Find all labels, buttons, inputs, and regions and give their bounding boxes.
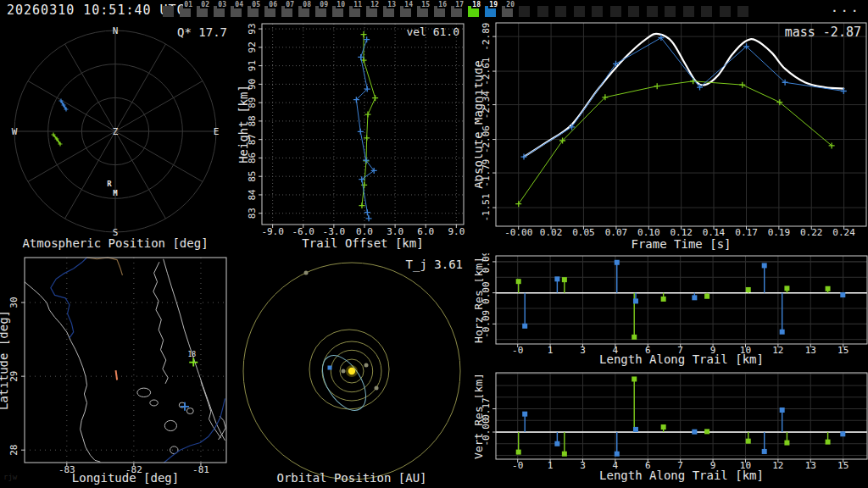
camera-tab-empty[interactable] bbox=[592, 6, 603, 17]
trail-offset-plot: -9.0-6.0-3.00.03.06.09.08384858687888990… bbox=[237, 20, 475, 254]
camera-tab-03[interactable]: 03 bbox=[214, 6, 225, 17]
svg-text:83: 83 bbox=[247, 208, 258, 219]
camera-tab-14[interactable]: 14 bbox=[400, 6, 411, 17]
camera-tab-empty[interactable] bbox=[537, 6, 548, 17]
camera-tab-empty[interactable] bbox=[701, 6, 712, 17]
svg-text:0.05: 0.05 bbox=[572, 227, 595, 238]
svg-text:1: 1 bbox=[548, 345, 554, 356]
orbit-plot: T_j 3.61Orbital Position [AU] bbox=[237, 253, 475, 488]
svg-text:Atmospheric Position [deg]: Atmospheric Position [deg] bbox=[22, 236, 208, 250]
camera-tab-empty[interactable] bbox=[647, 6, 658, 17]
camera-tab-number: 10 bbox=[336, 1, 346, 8]
camera-tab-17[interactable]: 17 bbox=[451, 6, 462, 17]
camera-tab-number: 12 bbox=[370, 1, 380, 8]
svg-text:13: 13 bbox=[805, 345, 816, 356]
svg-text:-2.89: -2.89 bbox=[481, 23, 492, 51]
camera-tab-06[interactable]: 06 bbox=[264, 6, 275, 17]
svg-text:Vert Res [km]: Vert Res [km] bbox=[475, 373, 485, 459]
sky-position-panel: NSEWZRMQ* 17.7Atmospheric Position [deg] bbox=[0, 20, 237, 258]
svg-text:28: 28 bbox=[8, 445, 19, 456]
svg-text:Latitude [deg]: Latitude [deg] bbox=[0, 310, 10, 410]
camera-tab-11[interactable]: 11 bbox=[349, 6, 360, 17]
camera-tab-number: 07 bbox=[285, 1, 295, 8]
camera-tab-18[interactable]: 18 bbox=[468, 6, 479, 17]
svg-text:18: 18 bbox=[187, 351, 196, 358]
camera-tab-number: 03 bbox=[217, 1, 227, 8]
svg-text:84: 84 bbox=[247, 189, 258, 201]
camera-tab-number: 20 bbox=[505, 1, 515, 8]
svg-text:9.0: 9.0 bbox=[448, 226, 465, 237]
camera-tab-19[interactable]: 19 bbox=[485, 6, 496, 17]
svg-text:15: 15 bbox=[837, 460, 849, 471]
svg-text:Absolute Magnitude: Absolute Magnitude bbox=[475, 60, 485, 189]
svg-text:1: 1 bbox=[548, 460, 554, 471]
camera-tab-empty[interactable] bbox=[610, 6, 621, 17]
camera-tab-12[interactable]: 12 bbox=[366, 6, 377, 17]
camera-tab-08[interactable]: 08 bbox=[298, 6, 309, 17]
camera-tab-16[interactable]: 16 bbox=[434, 6, 445, 17]
svg-text:Length Along Trail [km]: Length Along Trail [km] bbox=[599, 469, 764, 482]
camera-tab-number: 19 bbox=[488, 1, 498, 8]
svg-text:mass -2.87: mass -2.87 bbox=[785, 25, 861, 40]
svg-text:0.07: 0.07 bbox=[605, 227, 628, 238]
camera-tab-20[interactable]: 20 bbox=[502, 6, 513, 17]
light-curve-plot: -0.000.020.050.070.100.120.140.170.190.2… bbox=[475, 20, 868, 254]
camera-tab-number: 11 bbox=[353, 1, 363, 8]
camera-tab-number: 15 bbox=[420, 1, 431, 8]
camera-tab-13[interactable]: 13 bbox=[383, 6, 394, 17]
overflow-menu[interactable]: ... bbox=[832, 2, 861, 14]
svg-text:30: 30 bbox=[8, 297, 19, 308]
svg-text:3: 3 bbox=[580, 460, 586, 471]
camera-tab-blank[interactable] bbox=[163, 6, 174, 17]
trail-offset-panel: -9.0-6.0-3.00.03.06.09.08384858687888990… bbox=[237, 20, 475, 258]
svg-text:Orbital Position [AU]: Orbital Position [AU] bbox=[276, 471, 426, 485]
camera-tab-empty[interactable] bbox=[628, 6, 639, 17]
camera-tab-number: 08 bbox=[302, 1, 312, 8]
svg-text:Z: Z bbox=[113, 126, 119, 137]
ground-map-plot: -83-82-8128293018Longitude [deg]Latitude… bbox=[0, 253, 237, 488]
camera-tab-02[interactable]: 02 bbox=[197, 6, 208, 17]
svg-text:3: 3 bbox=[580, 345, 586, 356]
camera-tab-05[interactable]: 05 bbox=[248, 6, 259, 17]
camera-tab-15[interactable]: 15 bbox=[417, 6, 428, 17]
camera-tab-number: 09 bbox=[319, 1, 329, 8]
camera-tab-empty[interactable] bbox=[737, 6, 748, 17]
camera-tab-empty[interactable] bbox=[574, 6, 585, 17]
svg-text:0.19: 0.19 bbox=[768, 227, 791, 238]
camera-tab-empty[interactable] bbox=[665, 6, 676, 17]
camera-tab-number: 06 bbox=[268, 1, 278, 8]
svg-text:0.22: 0.22 bbox=[800, 227, 823, 238]
camera-tab-number: 16 bbox=[437, 1, 448, 8]
meteor-analysis-app: 20260310 10:51:40 UTC 010203040506070809… bbox=[0, 0, 868, 488]
svg-text:N: N bbox=[113, 25, 119, 36]
svg-text:vel 61.0: vel 61.0 bbox=[406, 25, 459, 38]
svg-text:91: 91 bbox=[247, 60, 258, 71]
svg-text:Frame Time [s]: Frame Time [s] bbox=[631, 237, 731, 251]
svg-text:0.17: 0.17 bbox=[735, 227, 758, 238]
svg-text:0.02: 0.02 bbox=[540, 227, 563, 238]
camera-tab-empty[interactable] bbox=[555, 6, 566, 17]
camera-tab-07[interactable]: 07 bbox=[281, 6, 292, 17]
camera-tab-09[interactable]: 09 bbox=[315, 6, 326, 17]
ground-map-panel: -83-82-8128293018Longitude [deg]Latitude… bbox=[0, 253, 237, 488]
svg-text:-81: -81 bbox=[192, 464, 209, 475]
svg-text:-0.00: -0.00 bbox=[504, 227, 532, 238]
svg-text:M: M bbox=[113, 189, 118, 197]
svg-text:Height [km]: Height [km] bbox=[237, 85, 250, 164]
svg-text:15: 15 bbox=[837, 345, 849, 356]
svg-text:Q* 17.7: Q* 17.7 bbox=[177, 25, 227, 39]
svg-text:13: 13 bbox=[805, 460, 816, 471]
camera-tab-empty[interactable] bbox=[683, 6, 694, 17]
svg-text:93: 93 bbox=[247, 23, 258, 34]
camera-tab-10[interactable]: 10 bbox=[332, 6, 343, 17]
camera-tab-empty[interactable] bbox=[720, 6, 731, 17]
svg-text:Trail Offset [km]: Trail Offset [km] bbox=[302, 236, 423, 250]
camera-tab-04[interactable]: 04 bbox=[231, 6, 242, 17]
camera-tab-empty[interactable] bbox=[519, 6, 530, 17]
svg-text:12: 12 bbox=[772, 460, 783, 471]
camera-tab-number: 05 bbox=[251, 1, 261, 8]
sky-position-plot: NSEWZRMQ* 17.7Atmospheric Position [deg] bbox=[0, 20, 237, 254]
light-curve-panel: -0.000.020.050.070.100.120.140.170.190.2… bbox=[475, 20, 868, 258]
camera-tab-01[interactable]: 01 bbox=[180, 6, 191, 17]
camera-tab-number: 14 bbox=[403, 1, 414, 8]
